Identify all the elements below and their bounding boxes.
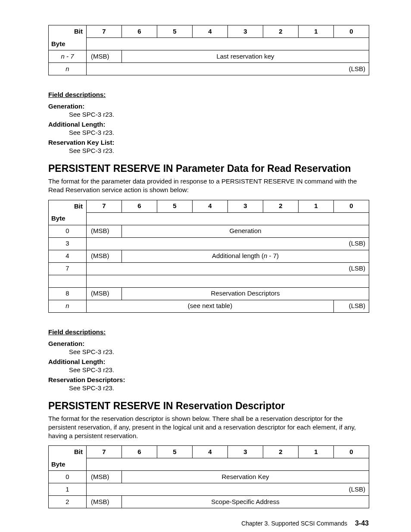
row-addlen-lsb: 7 (LSB) xyxy=(49,262,369,275)
bit-col-7: 7 xyxy=(87,25,122,38)
byte-index: 7 xyxy=(49,262,87,275)
msb-marker: (MSB) xyxy=(87,50,122,63)
row-resdesc-msb: 8 (MSB) Reservation Descriptors xyxy=(49,287,369,300)
bit-header-row: Bit 7 6 5 4 3 2 1 0 xyxy=(49,200,369,212)
byte-label: Byte xyxy=(49,458,87,471)
lsb-marker: (LSB) xyxy=(87,483,369,496)
bit-col-3: 3 xyxy=(228,200,263,212)
header-blank xyxy=(87,38,369,50)
field-descriptions-list: Generation: See SPC-3 r23. Additional Le… xyxy=(48,103,369,154)
byte-index: 2 xyxy=(49,496,87,508)
byte-index: 1 xyxy=(49,483,87,496)
bit-col-2: 2 xyxy=(263,446,299,458)
byte-header-row: Byte xyxy=(49,38,369,50)
msb-marker: (MSB) xyxy=(87,250,122,262)
bit-col-0: 0 xyxy=(334,200,369,212)
fd-term: Generation: xyxy=(48,103,369,110)
byte-label: Byte xyxy=(49,212,87,225)
bit-col-1: 1 xyxy=(299,200,334,212)
bit-col-4: 4 xyxy=(193,200,228,212)
field-last-reservation-key: Last reservation key xyxy=(122,50,369,63)
footer-chapter: Chapter 3. Supported SCSI Commands xyxy=(241,520,347,527)
bit-label: Bit xyxy=(49,200,87,212)
bit-col-5: 5 xyxy=(157,25,193,38)
addlen-text-a: Additional length ( xyxy=(212,252,264,259)
bit-col-4: 4 xyxy=(193,446,228,458)
bit-col-6: 6 xyxy=(122,25,157,38)
fd-def: See SPC-3 r23. xyxy=(69,129,369,136)
row-addlen-msb: 4 (MSB) Additional length (n - 7) xyxy=(49,250,369,262)
bit-col-7: 7 xyxy=(87,200,122,212)
msb-marker: (MSB) xyxy=(87,471,122,483)
row-lsb: n (LSB) xyxy=(49,63,369,75)
field-reservation-descriptors: Reservation Descriptors xyxy=(122,287,369,300)
byte-index: n - 7 xyxy=(49,50,87,63)
bit-col-5: 5 xyxy=(157,446,193,458)
page-footer: Chapter 3. Supported SCSI Commands 3-43 xyxy=(48,520,369,527)
spacer-cell xyxy=(87,275,369,287)
byte-index: n xyxy=(49,300,87,312)
bit-col-2: 2 xyxy=(263,200,299,212)
bit-col-4: 4 xyxy=(193,25,228,38)
bit-header-row: Bit 7 6 5 4 3 2 1 0 xyxy=(49,446,369,458)
bit-col-0: 0 xyxy=(334,446,369,458)
msb-marker: (MSB) xyxy=(87,287,122,300)
field-additional-length: Additional length (n - 7) xyxy=(122,250,369,262)
field-scope-specific-address: Scope-Specific Address xyxy=(122,496,369,508)
row-reskey-msb: 0 (MSB) Reservation Key xyxy=(49,471,369,483)
row-msb: n - 7 (MSB) Last reservation key xyxy=(49,50,369,63)
byte-index: 0 xyxy=(49,471,87,483)
bit-col-2: 2 xyxy=(263,25,299,38)
bit-label: Bit xyxy=(49,446,87,458)
msb-marker: (MSB) xyxy=(87,225,122,237)
byte-label: Byte xyxy=(49,38,87,50)
byte-header-row: Byte xyxy=(49,458,369,471)
row-generation-msb: 0 (MSB) Generation xyxy=(49,225,369,237)
row-generation-lsb: 3 (LSB) xyxy=(49,237,369,250)
lsb-marker: (LSB) xyxy=(334,300,369,312)
bit-header-row: Bit 7 6 5 4 3 2 1 0 xyxy=(49,25,369,38)
bit-col-0: 0 xyxy=(334,25,369,38)
byte-header-row: Byte xyxy=(49,212,369,225)
bit-col-1: 1 xyxy=(299,446,334,458)
byte-index: 4 xyxy=(49,250,87,262)
row-spacer xyxy=(49,275,369,287)
fd-term: Additional Length: xyxy=(48,121,369,128)
section-lead: The format for the reservation descripto… xyxy=(48,414,369,441)
table-last-reservation-key: Bit 7 6 5 4 3 2 1 0 Byte n - 7 (MSB) Las… xyxy=(48,25,369,75)
field-descriptions-heading: Field descriptions: xyxy=(48,91,369,98)
header-blank xyxy=(87,212,369,225)
bit-col-3: 3 xyxy=(228,446,263,458)
table-reservation-descriptor: Bit 7 6 5 4 3 2 1 0 Byte 0 (MSB) Reserva… xyxy=(48,445,369,508)
bit-label: Bit xyxy=(49,25,87,38)
byte-index: 0 xyxy=(49,225,87,237)
fd-term: Reservation Key List: xyxy=(48,139,369,146)
fd-term: Additional Length: xyxy=(48,358,369,365)
lsb-marker: (LSB) xyxy=(87,262,369,275)
section-lead: The format for the parameter data provid… xyxy=(48,177,369,195)
byte-index: 8 xyxy=(49,287,87,300)
bit-col-5: 5 xyxy=(157,200,193,212)
byte-index: n xyxy=(49,63,87,75)
fd-def: See SPC-3 r23. xyxy=(69,147,369,154)
header-blank xyxy=(87,458,369,471)
field-reservation-key: Reservation Key xyxy=(122,471,369,483)
bit-col-7: 7 xyxy=(87,446,122,458)
field-descriptions-list: Generation: See SPC-3 r23. Additional Le… xyxy=(48,340,369,392)
fd-def: See SPC-3 r23. xyxy=(69,366,369,373)
fd-term: Generation: xyxy=(48,340,369,347)
fd-def: See SPC-3 r23. xyxy=(69,348,369,355)
field-generation: Generation xyxy=(122,225,369,237)
table-read-reservation: Bit 7 6 5 4 3 2 1 0 Byte 0 (MSB) Generat… xyxy=(48,200,369,313)
lsb-marker: (LSB) xyxy=(87,237,369,250)
see-next-table: (see next table) xyxy=(87,300,334,312)
row-resdesc-lsb: n (see next table) (LSB) xyxy=(49,300,369,312)
byte-index: 3 xyxy=(49,237,87,250)
addlen-text-b: - 7) xyxy=(267,252,279,259)
bit-col-6: 6 xyxy=(122,200,157,212)
field-descriptions-heading: Field descriptions: xyxy=(48,328,369,336)
row-scope-addr-msb: 2 (MSB) Scope-Specific Address xyxy=(49,496,369,508)
section-heading-read-reservation: PERSISTENT RESERVE IN Parameter Data for… xyxy=(48,163,369,174)
lsb-marker: (LSB) xyxy=(87,63,369,75)
row-reskey-lsb: 1 (LSB) xyxy=(49,483,369,496)
